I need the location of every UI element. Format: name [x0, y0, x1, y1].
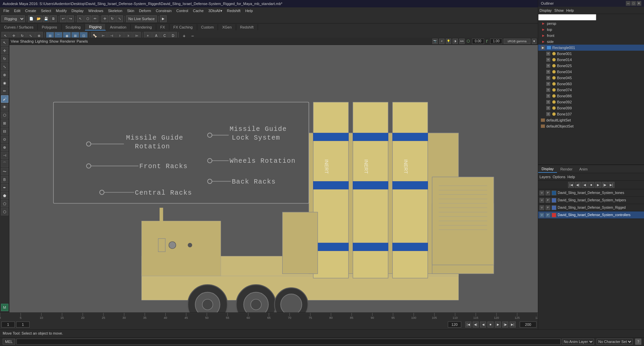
- outliner-item-bone074[interactable]: + Bone074: [538, 87, 644, 93]
- tab-render[interactable]: Render: [557, 166, 576, 172]
- paint-skin-tool[interactable]: 🖌: [1, 95, 8, 103]
- pb-skip-end[interactable]: ▶|: [608, 182, 614, 188]
- current-frame-input[interactable]: [16, 322, 30, 328]
- timeline-skip-start[interactable]: |◀: [465, 322, 471, 328]
- tab-curves-surfaces[interactable]: Curves / Surfaces: [0, 24, 38, 30]
- timeline-stop[interactable]: ■: [487, 322, 493, 328]
- vp-aa-btn[interactable]: AA: [459, 39, 465, 44]
- vp-shadows-btn[interactable]: ◑: [453, 39, 458, 44]
- help-icon-button[interactable]: ?: [635, 339, 641, 345]
- vp-colorspace-btn[interactable]: sRGB gamma: [504, 39, 530, 44]
- layer-vis-helpers[interactable]: V: [540, 198, 544, 203]
- bezier-curve-tool[interactable]: B: [1, 176, 8, 183]
- expand-icon-bone060[interactable]: +: [546, 82, 550, 86]
- menu-modify[interactable]: Modify: [54, 8, 69, 13]
- layer-vis-rigged[interactable]: V: [540, 205, 544, 210]
- timeline-skip-end[interactable]: ▶|: [510, 322, 516, 328]
- new-scene-button[interactable]: 📄: [28, 15, 35, 22]
- paint-tool-button[interactable]: ✏: [92, 15, 98, 22]
- outliner-item-defaultlightset[interactable]: defaultLightSet: [538, 117, 644, 123]
- char-set-select[interactable]: No Character Set: [597, 339, 633, 345]
- menu-3dtoall[interactable]: 3DtoAll▾: [206, 8, 224, 14]
- expand-icon-bone045[interactable]: +: [546, 76, 550, 80]
- tab-fx-caching[interactable]: FX Caching: [169, 24, 197, 30]
- vp-lights-btn[interactable]: 💡: [446, 39, 451, 44]
- outliner-maximize[interactable]: □: [631, 1, 636, 6]
- start-frame-input[interactable]: [1, 322, 15, 328]
- menu-display[interactable]: Display: [70, 8, 86, 13]
- timeline-play[interactable]: ▶: [495, 322, 501, 328]
- viewport-menu-panels[interactable]: Panels: [77, 39, 88, 43]
- menu-help[interactable]: Help: [243, 8, 255, 13]
- layer-row-bones[interactable]: V P David_Sling_Israel_Defense_System_bo…: [538, 189, 644, 197]
- select-tool[interactable]: ↖: [1, 39, 8, 46]
- tab-fx[interactable]: FX: [156, 24, 169, 30]
- redo-button[interactable]: ↪: [67, 15, 74, 22]
- expand-icon-bone034[interactable]: +: [546, 70, 550, 74]
- tab-redshift[interactable]: Redshift: [236, 24, 258, 30]
- layer-pick-helpers[interactable]: P: [546, 198, 550, 203]
- expand-icon-bone014[interactable]: +: [546, 58, 550, 62]
- outliner-item-side[interactable]: ▶ side: [538, 39, 644, 45]
- outliner-item-bone034[interactable]: + Bone034: [538, 69, 644, 75]
- no-live-surface-button[interactable]: No Live Surface: [126, 15, 157, 22]
- tab-custom[interactable]: Custom: [197, 24, 218, 30]
- outliner-item-persp[interactable]: ▶ persp: [538, 20, 644, 27]
- expand-icon-bone001[interactable]: +: [546, 52, 550, 56]
- scale-tool[interactable]: ⤡: [1, 63, 8, 70]
- cluster-tool[interactable]: ⊟: [1, 128, 8, 135]
- outliner-item-bone045[interactable]: + Bone045: [538, 75, 644, 81]
- chan-layers-menu[interactable]: Layers: [540, 175, 551, 179]
- undo-button[interactable]: ↩: [60, 15, 67, 22]
- mel-python-toggle[interactable]: MEL: [3, 339, 15, 345]
- outliner-item-bone001[interactable]: + Bone001: [538, 51, 644, 57]
- vp-exposure-input[interactable]: [472, 39, 484, 44]
- outliner-item-bone099[interactable]: + Bone099: [538, 105, 644, 111]
- pencil-curve-tool[interactable]: ✒: [1, 184, 8, 191]
- layer-vis-controllers[interactable]: V: [540, 213, 544, 217]
- ep-curve-tool[interactable]: 〜: [1, 168, 8, 175]
- save-as-button[interactable]: 🗎: [50, 15, 57, 22]
- create-curve-tool[interactable]: ⌒: [1, 160, 8, 167]
- paint-attr-tool[interactable]: ⊞: [1, 119, 8, 127]
- outliner-menu-display[interactable]: Display: [540, 8, 552, 12]
- menu-select[interactable]: Select: [39, 8, 53, 13]
- lasso-select-tool[interactable]: ⬡: [1, 111, 8, 119]
- outliner-menu-help[interactable]: Help: [566, 8, 574, 12]
- viewport-menu-renderer[interactable]: Renderer: [60, 39, 75, 43]
- pb-skip-start[interactable]: |◀: [568, 182, 574, 188]
- outliner-item-top[interactable]: ▶ top: [538, 27, 644, 33]
- outliner-item-bone014[interactable]: + Bone014: [538, 57, 644, 63]
- ik-handle-tool[interactable]: ⊕: [1, 144, 8, 151]
- outliner-item-bone086[interactable]: + Bone086: [538, 93, 644, 99]
- tab-sculpting[interactable]: Sculpting: [61, 24, 85, 30]
- expand-icon-bone107[interactable]: +: [546, 112, 550, 116]
- outliner-item-front[interactable]: ▶ front: [538, 33, 644, 39]
- outliner-item-defaultobjectset[interactable]: defaultObjectSet: [538, 123, 644, 129]
- logo-btn[interactable]: M: [1, 304, 8, 311]
- expand-icon-bone099[interactable]: +: [546, 106, 550, 110]
- pb-stop[interactable]: ■: [588, 182, 594, 188]
- outliner-close[interactable]: ✕: [637, 1, 641, 6]
- layer-pick-controllers[interactable]: P: [546, 213, 550, 217]
- end-frame-input[interactable]: [448, 322, 461, 328]
- expand-icon-rect[interactable]: ▶: [541, 46, 545, 50]
- viewport-menu-shading[interactable]: Shading: [20, 39, 34, 43]
- menu-deform[interactable]: Deform: [137, 8, 153, 13]
- tab-xgen[interactable]: XGen: [218, 24, 236, 30]
- save-scene-button[interactable]: 💾: [43, 15, 49, 22]
- playback-end-input[interactable]: [520, 322, 536, 328]
- sculpt-tool[interactable]: ✏: [1, 87, 8, 95]
- layer-row-controllers[interactable]: V P David_Sling_Israel_Defense_System_co…: [538, 211, 644, 219]
- menu-constrain[interactable]: Constrain: [154, 8, 174, 13]
- outliner-search-input[interactable]: [538, 14, 596, 20]
- vp-camera-btn[interactable]: 📷: [432, 39, 438, 44]
- expand-icon-bone025[interactable]: +: [546, 64, 550, 68]
- outliner-item-rectangle001[interactable]: ▶ Rectangle001: [538, 45, 644, 51]
- viewport-menu-show[interactable]: Show: [49, 39, 59, 43]
- soft-mod-tool[interactable]: ◉: [1, 79, 8, 87]
- tab-rigging[interactable]: Rigging: [85, 24, 106, 31]
- outliner-item-bone060[interactable]: + Bone060: [538, 81, 644, 87]
- rotate-tool[interactable]: ↻: [1, 55, 8, 62]
- menu-windows[interactable]: Windows: [86, 8, 105, 13]
